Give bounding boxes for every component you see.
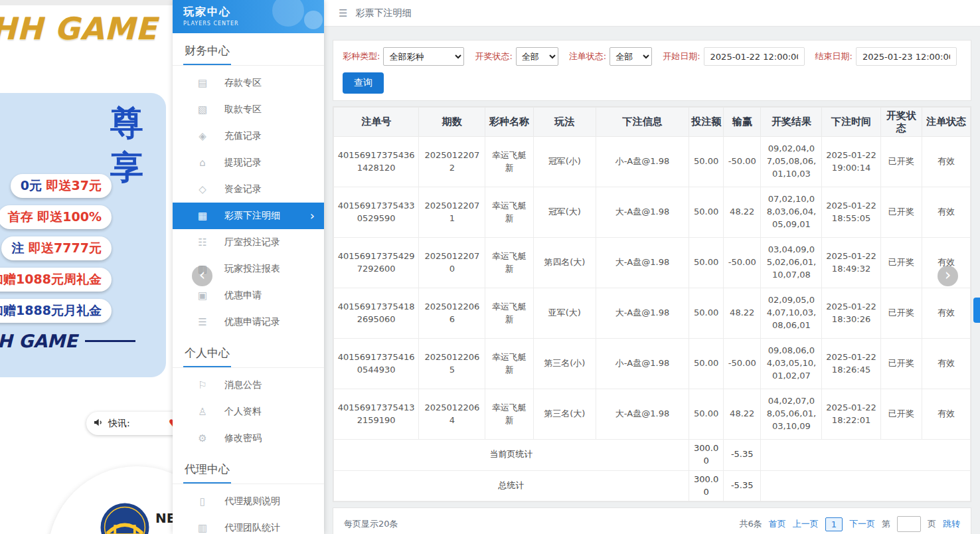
table-cell: 小-A盘@1.98 [596,137,689,187]
jump-page-input[interactable] [897,516,921,532]
news-ticker[interactable]: 快讯: ♥ [86,412,173,435]
promo-headline: 尊享 [110,101,173,190]
table-cell: 幸运飞艇新 [485,187,533,238]
promo-pill: 首存 即送100% [0,205,112,229]
table-row: 401569173754132159190 20250122064 幸运飞艇新 … [334,389,971,440]
sidebar-header: 玩家中心 PLAYERS CENTER [173,0,324,33]
col-order-status: 注单状态 [922,108,970,137]
table-cell: 02,09,05,04,07,10,03,08,06,01 [761,288,822,339]
draw-status-select[interactable]: 全部 [516,47,558,66]
current-page-badge[interactable]: 1 [825,517,843,531]
sidebar-item-promo-apply[interactable]: ▣ 优惠申请 [173,282,324,309]
total-summary-row: 总统计 300.00 -5.35 [334,470,971,501]
prev-page-link[interactable]: 上一页 [793,518,819,530]
table-cell: 2025-01-22 18:49:32 [822,238,880,288]
draw-status-label: 开奖状态: [475,50,512,62]
sidebar-item-recharge-records[interactable]: ◈ 充值记录 [173,123,324,149]
table-cell: 第三名(小) [533,339,596,389]
jump-prefix-text: 第 [882,518,890,530]
bet-details-table: 注单号 期数 彩种名称 玩法 下注信息 投注额 输赢 开奖结果 下注时间 开奖状… [333,107,971,501]
end-date-input[interactable] [856,47,957,66]
sidebar-item-withdrawal-records[interactable]: ⌂ 提现记录 [173,149,324,176]
order-status-select[interactable]: 全部 [610,47,652,66]
promo-pill: 0元 即送37元 [11,174,112,198]
sidebar-item-hall-bet-records[interactable]: ☷ 厅室投注记录 [173,229,324,256]
recharge-records-icon: ◈ [197,130,208,142]
table-row: 401569173754297292600 20250122070 幸运飞艇新 … [334,238,971,288]
table-cell: 50.00 [689,288,724,339]
promo-top-strip [0,0,173,5]
table-row: 401569173754361428120 20250122072 幸运飞艇新 … [334,137,971,187]
table-cell: 已开奖 [880,137,922,187]
table-cell: 冠军(小) [533,137,596,187]
col-play: 玩法 [533,108,596,137]
agent-rules-icon: ▯ [197,495,208,507]
table-cell: 2025-01-22 18:55:05 [822,187,880,238]
sidebar-item-profile[interactable]: ♙ 个人资料 [173,399,324,425]
sidebar-item-announcements[interactable]: ⚐ 消息公告 [173,372,324,399]
sidebar-item-withdraw[interactable]: ▧ 取款专区 [173,96,324,123]
lottery-type-label: 彩种类型: [343,50,380,62]
withdrawal-records-icon: ⌂ [197,157,208,169]
table-cell: -50.00 [724,137,761,187]
carousel-right-arrow[interactable]: › [938,266,958,286]
start-date-input[interactable] [704,47,805,66]
announcements-icon: ⚐ [197,379,208,391]
table-cell: 有效 [922,137,970,187]
table-cell: 20250122066 [419,288,485,339]
total-summary-empty [761,470,971,501]
table-cell: 大-A盘@1.98 [596,389,689,440]
brand-dash [85,340,135,342]
promo-pill: 加赠1888元月礼金 [0,299,112,323]
profile-icon: ♙ [197,406,208,418]
col-bet-amount: 投注额 [689,108,724,137]
first-page-link[interactable]: 首页 [769,518,786,530]
col-bet-info: 下注信息 [596,108,689,137]
page-summary-row: 当前页统计 300.00 -5.35 [334,440,971,471]
jump-button[interactable]: 跳转 [943,518,960,530]
table-cell: 20250122072 [419,137,485,187]
sidebar-item-agent-rules[interactable]: ▯ 代理规则说明 [173,488,324,515]
team-emblem-icon [100,502,150,534]
filter-panel: 彩种类型: 全部彩种 开奖状态: 全部 注单状态: 全部 开始日期: 结束日期:… [333,40,971,101]
start-date-label: 开始日期: [663,50,700,62]
table-cell: 401569173754160544930 [334,339,419,389]
next-page-link[interactable]: 下一页 [849,518,875,530]
sidebar-item-lottery-bet-details[interactable]: ▦ 彩票下注明细 › [173,203,324,229]
sidebar-section-finance: 财务中心 [173,33,324,66]
lottery-type-select[interactable]: 全部彩种 [383,47,464,66]
lottery-bet-details-icon: ▦ [197,210,208,222]
table-cell: 401569173754132159190 [334,389,419,440]
sidebar-item-deposit[interactable]: ▤ 存款专区 [173,70,324,96]
sidebar-item-agent-team-stats[interactable]: ▥ 代理团队统计 [173,515,324,534]
table-cell: 大-A盘@1.98 [596,238,689,288]
speaker-icon [93,417,104,430]
table-cell: 401569173754361428120 [334,137,419,187]
carousel-left-arrow[interactable]: ‹ [192,266,212,286]
table-cell: 第四名(大) [533,238,596,288]
promo-pill-list: 0元 即送37元 首存 即送100% 注 即送7777元 加赠1088元周礼金 … [0,174,112,323]
sidebar: 玩家中心 PLAYERS CENTER 财务中心 ▤ 存款专区 ▧ 取款专区 ◈… [173,0,324,534]
withdraw-icon: ▧ [197,104,208,116]
hamburger-menu-icon[interactable]: ☰ [339,7,347,19]
jump-suffix-text: 页 [928,518,936,530]
table-cell: 亚军(大) [533,288,596,339]
sidebar-item-funds-records[interactable]: ◇ 资金记录 [173,176,324,203]
sidebar-item-change-password[interactable]: ⚙ 修改密码 [173,425,324,452]
page-summary-label: 当前页统计 [334,440,689,471]
promo-brand-line: H GAME [0,331,135,351]
right-edge-tab[interactable] [973,298,980,323]
pagination-bar: 每页显示20条 共6条 首页 上一页 1 下一页 第 页 跳转 [333,507,971,534]
page-summary-win: -5.35 [724,440,761,471]
query-button[interactable]: 查询 [343,72,384,94]
sidebar-item-promo-apply-records[interactable]: ☰ 优惠申请记录 [173,309,324,335]
table-cell: 04,02,07,08,05,06,01,03,10,09 [761,389,822,440]
table-cell: 有效 [922,288,970,339]
col-order-no: 注单号 [334,108,419,137]
total-summary-win: -5.35 [724,470,761,501]
table-cell: 冠军(大) [533,187,596,238]
table-cell: 401569173754182695060 [334,288,419,339]
col-bet-time: 下注时间 [822,108,880,137]
table-cell: 2025-01-22 18:26:45 [822,339,880,389]
col-lottery-name: 彩种名称 [485,108,533,137]
